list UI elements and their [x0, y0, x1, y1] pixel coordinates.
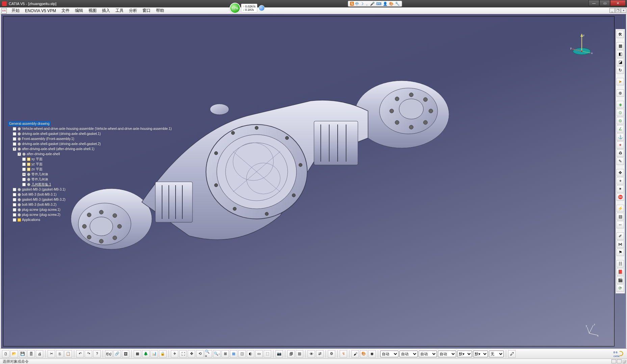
cut-icon[interactable]: ✂ — [48, 350, 55, 358]
menu-analysis[interactable]: 分析 — [126, 7, 140, 14]
doc-icon[interactable]: DS — [1, 8, 7, 13]
save-icon[interactable]: 💾 — [19, 350, 26, 358]
tool-component-icon[interactable]: ◧ — [617, 50, 624, 58]
tree-node[interactable]: 几何图形集.1 — [22, 182, 172, 187]
wireframe-icon[interactable]: ▭ — [255, 350, 263, 358]
status-button-2[interactable] — [617, 359, 622, 363]
viewport[interactable]: x y z x y z — [3, 16, 615, 346]
menu-view[interactable]: 视图 — [86, 7, 99, 14]
tool-update-icon[interactable]: ⟳ — [617, 284, 624, 292]
swap-icon[interactable]: ⇄ — [316, 350, 323, 358]
menu-window[interactable]: 窗口 — [140, 7, 153, 14]
tool-bom-icon[interactable]: ☷ — [617, 260, 624, 268]
tree-node[interactable]: zx 平面 — [22, 167, 172, 172]
new-icon[interactable]: 🗋 — [2, 350, 9, 358]
zoomout-icon[interactable]: 🔍- — [213, 350, 220, 358]
axis-icon[interactable]: ↯ — [340, 350, 347, 358]
ime-user-icon[interactable]: 👤 — [383, 2, 388, 6]
ime-mic-icon[interactable]: 🎤 — [370, 2, 375, 6]
table-icon[interactable]: ▦ — [134, 350, 141, 358]
palette-icon[interactable]: 🎨 — [360, 350, 367, 358]
tree-node[interactable]: driving-axle-shell-gasket (driving-axle-… — [13, 141, 172, 146]
tool-weld-icon[interactable]: ⋈ — [617, 241, 624, 248]
menu-insert[interactable]: 插入 — [99, 7, 113, 14]
gauge-percent[interactable]: 57% — [230, 3, 240, 13]
tree-node[interactable]: gasket-M8-3 (gasket-M8-3.2) — [13, 197, 172, 202]
formula-icon[interactable]: f(x) — [105, 350, 112, 358]
tree-node[interactable]: bolt-M8-3 (bolt-M8-3.1) — [13, 192, 172, 197]
hide-icon[interactable]: 👁 — [308, 350, 315, 358]
tool-part-icon[interactable]: ◪ — [617, 58, 624, 66]
tree-icon[interactable]: 🌲 — [142, 350, 150, 358]
tree-node[interactable]: Applications — [13, 217, 172, 222]
tool-fix-icon[interactable]: ⚓ — [617, 133, 624, 141]
print2-icon[interactable]: 🗐 — [287, 350, 295, 358]
tool-offset-icon[interactable]: ⊖ — [617, 117, 624, 124]
tool-scene-icon[interactable]: 🎬 — [617, 276, 624, 284]
ime-keyboard-icon[interactable]: ⌨ — [376, 2, 382, 6]
undo-icon[interactable]: ↶ — [76, 350, 84, 358]
tree-node[interactable]: bolt-M8-3 (bolt-M8-3.2) — [13, 202, 172, 207]
camera-icon[interactable]: 📷 — [276, 350, 283, 358]
redo-icon[interactable]: ↷ — [85, 350, 92, 358]
menu-enovia[interactable]: ENOVIA V5 VPM — [22, 8, 59, 14]
maximize-button[interactable]: ▭ — [599, 0, 610, 6]
tree-node[interactable]: yz 平面 — [22, 162, 172, 167]
network-gauge[interactable]: 57% 0.02K/s 0.1K/s — [230, 3, 265, 13]
axis-triad[interactable]: x y z — [586, 323, 599, 337]
tree-root[interactable]: General-assembly-drawing — [8, 121, 51, 126]
layout-icon[interactable]: ▥ — [296, 350, 303, 358]
minimize-button[interactable]: — — [589, 0, 599, 6]
hidden-icon[interactable]: ⬚ — [264, 350, 271, 358]
tree-node[interactable]: after-driving-axle-shell (after-driving-… — [13, 146, 172, 151]
tool-annot-icon[interactable]: ✐ — [617, 232, 624, 240]
tree-node[interactable]: 零件几何体 — [22, 177, 172, 182]
tree-node[interactable]: Front-assembly (Front-assembly.1) — [13, 136, 172, 141]
tool-arrow-icon[interactable]: ➤ — [617, 78, 624, 85]
saveall-icon[interactable]: 🗄 — [27, 350, 35, 358]
resize-grip-icon[interactable] — [622, 360, 626, 364]
gauge-ball-icon[interactable] — [259, 5, 265, 11]
tool-change-icon[interactable]: ✎ — [617, 158, 624, 165]
ime-skin-icon[interactable]: 🎨 — [389, 2, 394, 6]
apply-material-icon[interactable]: 🖍 — [508, 350, 516, 358]
select-7[interactable]: 无 — [489, 351, 504, 357]
tree-node[interactable]: Vehicle-wheel-and-drive-axle-housing-ass… — [13, 126, 172, 131]
tree-node[interactable]: plug-screw (plug-screw.1) — [13, 207, 172, 212]
tree-node[interactable]: gasket-M8-3 (gasket-M8-3.1) — [13, 187, 172, 192]
compass-widget[interactable]: x y z — [568, 33, 595, 56]
multiview-icon[interactable]: ▦ — [230, 350, 237, 358]
tool-section-icon[interactable]: ▤ — [617, 213, 624, 220]
normal-icon[interactable]: ⊞ — [221, 350, 229, 358]
paste-icon[interactable]: 📋 — [64, 350, 72, 358]
select-6[interactable]: 默▾ — [473, 351, 488, 357]
tool-coincide-icon[interactable]: ◈ — [617, 101, 624, 108]
ime-moon-icon[interactable]: ☽ — [360, 2, 364, 6]
graph-icon[interactable]: 📊 — [151, 350, 158, 358]
pan-icon[interactable]: ✥ — [188, 350, 195, 358]
menu-edit[interactable]: 编辑 — [72, 7, 86, 14]
open-icon[interactable]: 📂 — [10, 350, 18, 358]
tool-explode-icon[interactable]: ✴ — [617, 185, 624, 193]
whatsthis-icon[interactable]: ？ — [93, 350, 101, 358]
tool-replace-icon[interactable]: ↻ — [617, 66, 624, 74]
iso-icon[interactable]: ◫ — [238, 350, 246, 358]
ime-language[interactable]: 中 — [355, 1, 359, 6]
select-3[interactable]: 自动 — [419, 351, 437, 357]
paint-icon[interactable]: 🖌 — [351, 350, 359, 358]
image-icon[interactable]: 🖼 — [122, 350, 129, 358]
zoomin-icon[interactable]: 🔍+ — [205, 350, 212, 358]
status-button-1[interactable] — [611, 359, 616, 363]
tree-node[interactable]: driving-axle-shell-gasket (driving-axle-… — [13, 131, 172, 136]
shade-icon[interactable]: ◐ — [247, 350, 254, 358]
tool-clash-icon[interactable]: ⚡ — [617, 205, 624, 212]
tree-node[interactable]: xy 平面 — [22, 157, 172, 162]
tool-stop-icon[interactable]: ⛔ — [617, 193, 624, 201]
fit-icon[interactable]: ⛶ — [179, 350, 187, 358]
select-5[interactable]: 默▾ — [457, 351, 472, 357]
material-icon[interactable]: ◉ — [368, 350, 376, 358]
tool-snap-icon[interactable]: ⌖ — [617, 177, 624, 185]
tool-product-icon[interactable]: ▦ — [617, 42, 624, 50]
ime-tool-icon[interactable]: 🔧 — [395, 2, 400, 6]
tree-node[interactable]: after-driving-axle-shell — [18, 151, 172, 157]
